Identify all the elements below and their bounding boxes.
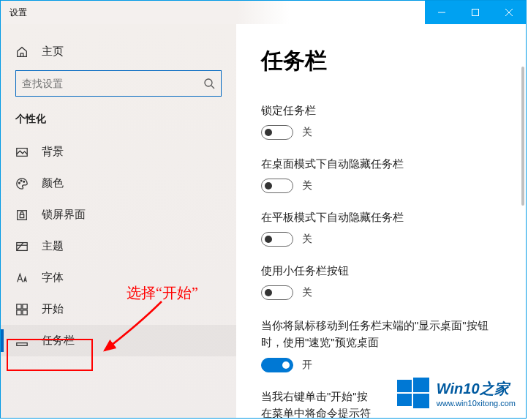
setting-lock-taskbar: 锁定任务栏 关	[261, 104, 501, 140]
watermark: Win10之家 www.win10xitong.com	[397, 377, 516, 409]
setting-label: 当你将鼠标移动到任务栏末端的"显示桌面"按钮时，使用"速览"预览桌面	[261, 318, 501, 350]
svg-rect-1	[472, 10, 479, 16]
toggle-small-buttons[interactable]	[261, 285, 293, 300]
setting-label: 在平板模式下自动隐藏任务栏	[261, 211, 501, 225]
themes-icon	[15, 240, 29, 253]
maximize-icon	[472, 9, 479, 16]
home-link[interactable]: 主页	[1, 37, 236, 70]
toggle-state: 关	[302, 286, 312, 299]
svg-point-4	[205, 79, 212, 86]
nav-label: 字体	[42, 271, 64, 285]
sidebar-item-start[interactable]: 开始	[1, 293, 236, 325]
nav-label: 锁屏界面	[42, 208, 86, 222]
setting-autohide-desktop: 在桌面模式下自动隐藏任务栏 关	[261, 157, 501, 193]
svg-rect-18	[397, 380, 412, 392]
picture-icon	[15, 146, 29, 159]
home-icon	[15, 45, 29, 59]
watermark-url: www.win10xitong.com	[437, 399, 516, 408]
toggle-autohide-desktop[interactable]	[261, 179, 293, 193]
windows-logo-icon	[397, 377, 429, 409]
toggle-state: 开	[302, 359, 312, 372]
home-label: 主页	[42, 45, 64, 59]
section-label: 个性化	[1, 113, 236, 136]
svg-rect-16	[23, 310, 27, 314]
svg-rect-11	[20, 214, 23, 218]
nav-label: 背景	[42, 145, 64, 159]
toggle-lock-taskbar[interactable]	[261, 125, 293, 140]
sidebar-item-colors[interactable]: 颜色	[1, 168, 236, 199]
nav-label: 开始	[42, 302, 64, 316]
svg-rect-14	[23, 304, 27, 308]
search-input-wrapper[interactable]	[15, 70, 222, 97]
svg-rect-19	[413, 378, 429, 392]
search-input[interactable]	[22, 78, 203, 89]
svg-rect-21	[413, 394, 429, 408]
taskbar-icon	[15, 334, 29, 348]
toggle-peek-desktop[interactable]	[261, 358, 293, 372]
svg-rect-15	[17, 310, 21, 314]
toggle-state: 关	[302, 179, 312, 192]
sidebar-item-taskbar[interactable]: 任务栏	[1, 325, 236, 356]
palette-icon	[15, 177, 29, 190]
setting-label: 锁定任务栏	[261, 104, 501, 118]
search-icon	[203, 78, 215, 89]
main-content: 任务栏 锁定任务栏 关 在桌面模式下自动隐藏任务栏 关 在平板模式下自动隐藏任务…	[236, 24, 526, 418]
svg-rect-17	[17, 342, 27, 345]
nav-label: 任务栏	[42, 334, 75, 348]
svg-rect-20	[397, 394, 412, 406]
minimize-icon	[438, 9, 445, 16]
fonts-icon	[15, 271, 29, 285]
scrollbar[interactable]	[521, 67, 524, 206]
nav-label: 主题	[42, 239, 64, 253]
svg-point-8	[20, 180, 22, 181]
watermark-brand: Win10之家	[437, 379, 509, 399]
svg-point-9	[23, 181, 25, 182]
toggle-autohide-tablet[interactable]	[261, 232, 293, 247]
minimize-button[interactable]	[425, 1, 459, 24]
toggle-state: 关	[302, 126, 312, 139]
window-title: 设置	[10, 7, 27, 19]
sidebar: 主页 个性化 背景 颜色 锁屏界面 主题	[1, 24, 236, 418]
close-button[interactable]	[492, 1, 526, 24]
sidebar-item-fonts[interactable]: 字体	[1, 262, 236, 293]
setting-autohide-tablet: 在平板模式下自动隐藏任务栏 关	[261, 211, 501, 247]
sidebar-item-themes[interactable]: 主题	[1, 230, 236, 262]
sidebar-item-background[interactable]: 背景	[1, 136, 236, 168]
setting-peek-desktop: 当你将鼠标移动到任务栏末端的"显示桌面"按钮时，使用"速览"预览桌面 开	[261, 318, 501, 372]
svg-point-7	[19, 182, 20, 184]
toggle-state: 关	[302, 233, 312, 246]
close-icon	[505, 9, 513, 16]
page-title: 任务栏	[261, 46, 501, 76]
svg-rect-13	[17, 304, 21, 308]
setting-label: 在桌面模式下自动隐藏任务栏	[261, 157, 501, 171]
setting-label: 使用小任务栏按钮	[261, 264, 501, 278]
nav-label: 颜色	[42, 176, 64, 190]
sidebar-item-lockscreen[interactable]: 锁屏界面	[1, 199, 236, 230]
start-icon	[15, 303, 29, 316]
setting-small-buttons: 使用小任务栏按钮 关	[261, 264, 501, 300]
svg-line-5	[211, 86, 214, 89]
maximize-button[interactable]	[459, 1, 492, 24]
titlebar: 设置	[1, 1, 526, 24]
lockscreen-icon	[15, 209, 29, 222]
